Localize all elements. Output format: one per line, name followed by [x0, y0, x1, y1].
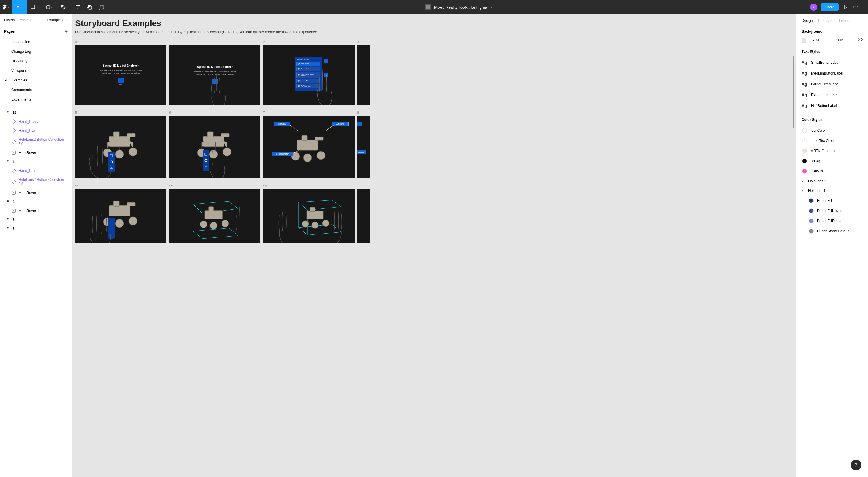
- frame-label[interactable]: 6: [169, 111, 260, 115]
- color-style-item[interactable]: ButtonFillHover: [802, 206, 863, 216]
- text-style-item[interactable]: AgMediumButtonLabel: [802, 68, 863, 79]
- viewport-2[interactable]: 2 Select a model Mars Rover Space Shuttl…: [263, 40, 354, 105]
- layer-item[interactable]: HoloLens2 Button Collection 3V: [0, 175, 72, 188]
- text-style-item[interactable]: AgExtraLargeLabel: [802, 90, 863, 100]
- page-item[interactable]: Experiments: [0, 95, 72, 104]
- text-tool[interactable]: [72, 0, 84, 14]
- shape-tool[interactable]: ▾: [42, 0, 57, 14]
- avatar[interactable]: Y: [810, 4, 817, 11]
- color-style-item[interactable]: ButtonFill: [802, 195, 863, 206]
- viewport-8[interactable]: 8 ▸ Spectro: [357, 111, 370, 179]
- layers-list: #11Hand_PressHand_PalmHoloLens2 Button C…: [0, 106, 72, 477]
- color-swatch: [809, 198, 813, 203]
- hand-press: [197, 139, 234, 179]
- chevron-right-icon: ▸: [802, 180, 805, 183]
- svg-rect-20: [302, 135, 308, 141]
- hand-tool[interactable]: [84, 0, 96, 14]
- frame-label[interactable]: 12: [169, 185, 260, 188]
- frame-label[interactable]: 13: [263, 185, 354, 188]
- tab-assets[interactable]: Assets: [20, 18, 31, 22]
- help-button[interactable]: ?: [850, 459, 861, 470]
- present-button[interactable]: [842, 4, 849, 11]
- layer-frame[interactable]: #3: [0, 215, 72, 224]
- frame-icon: #: [6, 200, 9, 203]
- move-tool[interactable]: ▾: [12, 0, 27, 14]
- share-button[interactable]: Share: [821, 3, 839, 11]
- bg-hex[interactable]: E5E5E5: [809, 38, 823, 42]
- frame-label[interactable]: 11: [75, 185, 166, 188]
- text-style-item[interactable]: AgHL1ButtonLabel: [802, 100, 863, 111]
- viewport-0[interactable]: 0 Space 3D Model Explorer Welcome to Spa…: [75, 40, 166, 105]
- frame-label[interactable]: 1: [169, 40, 260, 44]
- pen-tool[interactable]: ▾: [57, 0, 72, 14]
- page-selector[interactable]: Examples: [47, 18, 63, 22]
- bg-swatch[interactable]: [802, 38, 806, 42]
- tab-layers[interactable]: Layers: [4, 18, 15, 22]
- add-page-button[interactable]: +: [65, 29, 68, 34]
- bg-label: Background: [802, 29, 863, 34]
- ag-icon: Ag: [802, 60, 808, 65]
- visibility-toggle[interactable]: [858, 37, 863, 43]
- color-style-item[interactable]: MRTK Gradient: [802, 146, 863, 156]
- svg-rect-8: [127, 133, 135, 137]
- layer-item[interactable]: Hand_Palm: [0, 126, 72, 135]
- page-item[interactable]: Components: [0, 85, 72, 95]
- viewport-cut[interactable]: [357, 185, 370, 243]
- layer-item[interactable]: MarsRover 1: [0, 206, 72, 215]
- frame-tool[interactable]: ▾: [27, 0, 42, 14]
- color-style-item[interactable]: IconColor: [802, 125, 863, 136]
- page-item[interactable]: Viewports: [0, 66, 72, 75]
- tab-prototype[interactable]: Prototype: [818, 19, 833, 23]
- page-item[interactable]: Change Log: [0, 47, 72, 56]
- comment-tool[interactable]: [96, 0, 108, 14]
- frame-label[interactable]: 7: [263, 111, 354, 115]
- text-style-item[interactable]: AgLargeButtonLabel: [802, 79, 863, 90]
- tab-design[interactable]: Design: [802, 19, 813, 23]
- color-group[interactable]: ▸HoloLens 2: [802, 177, 863, 186]
- frame-label[interactable]: 8: [357, 111, 370, 115]
- page-item[interactable]: Examples: [0, 75, 72, 85]
- frame-label[interactable]: 0: [75, 40, 166, 44]
- layer-frame[interactable]: #2: [0, 224, 72, 233]
- layer-frame[interactable]: #11: [0, 108, 72, 117]
- viewport-6[interactable]: 6: [169, 111, 260, 179]
- layer-item[interactable]: MarsRover 1: [0, 148, 72, 157]
- text-style-item[interactable]: AgSmallButtonLabel: [802, 57, 863, 68]
- layer-frame[interactable]: #4: [0, 197, 72, 206]
- color-styles-section: Color Styles IconColorLabelTextColorMRTK…: [796, 115, 868, 240]
- document-title[interactable]: Mixed Reality Toolkit for Figma: [434, 5, 487, 9]
- page-item[interactable]: UI Gallery: [0, 56, 72, 66]
- canvas[interactable]: Storyboard Examples Use viewport to sket…: [72, 14, 796, 477]
- component-icon: [12, 140, 16, 144]
- tab-inspect[interactable]: Inspect: [839, 19, 850, 23]
- color-style-item[interactable]: LabelTextColor: [802, 136, 863, 146]
- viewport-12[interactable]: 12: [169, 185, 260, 243]
- viewport-7[interactable]: 7 Camera Antenna Spectrometer: [263, 111, 354, 179]
- viewport-11[interactable]: 11: [75, 185, 166, 243]
- viewport-5[interactable]: 5: [75, 111, 166, 179]
- layer-item[interactable]: HoloLens2 Button Collection 3V: [0, 135, 72, 148]
- layer-frame[interactable]: #5: [0, 157, 72, 166]
- color-style-item[interactable]: ButtonStrokeDefault: [802, 226, 863, 236]
- layer-item[interactable]: Hand_Palm: [0, 166, 72, 175]
- frame-label[interactable]: 2: [263, 40, 354, 44]
- viewport-1[interactable]: 1 Space 3D Model Explorer Welcome to Spa…: [169, 40, 260, 105]
- frame-label[interactable]: 5: [75, 111, 166, 115]
- color-style-item[interactable]: UIBkg: [802, 156, 863, 166]
- zoom-level[interactable]: 21%▾: [853, 5, 864, 9]
- layer-item[interactable]: MarsRover 1: [0, 188, 72, 197]
- scrollbar[interactable]: [793, 56, 794, 128]
- figma-menu[interactable]: ▾: [0, 0, 12, 14]
- menu-item: Mars Rover: [297, 62, 320, 66]
- viewport-3[interactable]: 3: [357, 40, 370, 105]
- color-style-item[interactable]: Callouts: [802, 166, 863, 177]
- frame-label[interactable]: 3: [357, 40, 370, 44]
- color-style-item[interactable]: ButtonFillPress: [802, 216, 863, 226]
- color-group[interactable]: ▾HoloLens1: [802, 186, 863, 195]
- bg-opacity[interactable]: 100%: [836, 38, 845, 42]
- layer-item[interactable]: Hand_Press: [0, 117, 72, 126]
- viewport-13[interactable]: 13: [263, 185, 354, 243]
- chevron-down-icon[interactable]: ▾: [491, 6, 493, 9]
- chevron-up-icon[interactable]: ⌃: [65, 19, 68, 22]
- page-item[interactable]: Introduction: [0, 37, 72, 47]
